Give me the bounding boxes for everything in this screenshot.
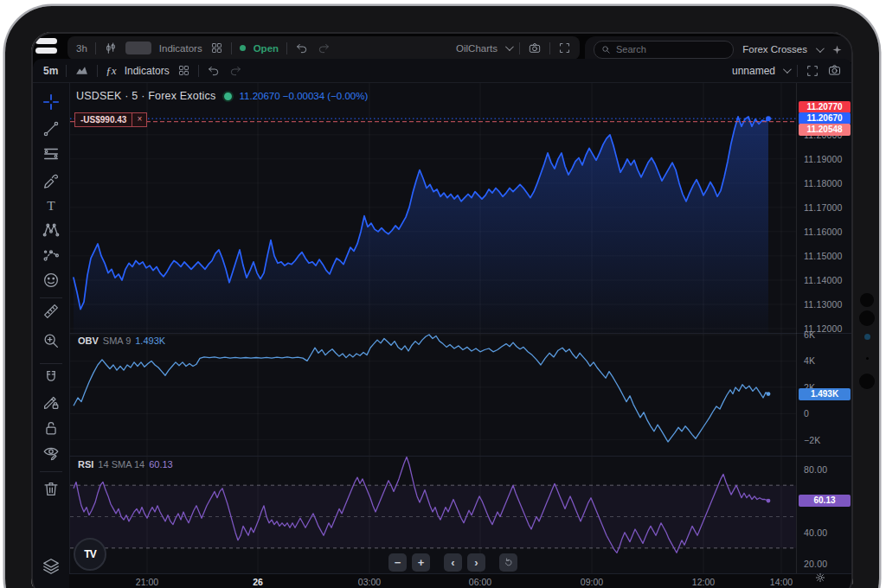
obv-params: SMA 9 — [103, 336, 131, 346]
divider — [519, 42, 520, 54]
time-tick: 06:00 — [469, 577, 491, 587]
drawing-tools-sidebar: T — [33, 83, 70, 588]
svg-text:T: T — [47, 198, 55, 213]
sparkle-icon[interactable] — [831, 43, 844, 56]
logo-text: TV — [84, 548, 95, 560]
axis-tick: 40.00 — [804, 527, 827, 538]
time-tick: 14:00 — [770, 577, 793, 587]
last-price: 11.20670 — [240, 91, 280, 101]
divider — [97, 65, 98, 77]
layout-name-button[interactable]: unnamed — [732, 65, 775, 77]
price-scale[interactable]: 11.2000011.1900011.1800011.1700011.16000… — [796, 83, 853, 573]
scale-settings-gear-icon[interactable] — [814, 572, 826, 584]
chart-plot-area[interactable] — [70, 83, 796, 573]
text-tool[interactable]: T — [42, 195, 61, 214]
zoom-in-tool[interactable] — [42, 331, 61, 350]
axis-tick: 11.14000 — [804, 275, 843, 285]
tablet-camera-lens — [859, 310, 875, 326]
market-status[interactable]: Open — [254, 43, 279, 54]
bg-indicators-button[interactable]: Indicators — [159, 43, 202, 54]
divider — [231, 42, 232, 54]
crosshair-tool[interactable] — [42, 93, 61, 112]
trend-line-tool[interactable] — [42, 119, 61, 138]
redo-icon[interactable] — [317, 42, 331, 55]
fullscreen-icon[interactable] — [806, 64, 819, 78]
axis-tick: 80.00 — [804, 464, 827, 475]
pan-right-button[interactable]: › — [467, 553, 485, 572]
market-open-dot — [222, 91, 234, 102]
pane-separator[interactable] — [69, 456, 852, 457]
indicators-button[interactable]: Indicators — [125, 65, 170, 77]
background-window-toolbar: 3h Indicators Open OilCharts — [67, 36, 580, 60]
position-pnl-tag[interactable]: -US$990.43 × — [74, 112, 147, 127]
close-position-icon[interactable]: × — [132, 112, 147, 127]
layers-tool[interactable] — [42, 557, 61, 576]
layout-grid-icon[interactable] — [177, 64, 190, 77]
app-logo[interactable] — [35, 38, 57, 57]
ruler-tool[interactable] — [42, 302, 61, 321]
zoom-out-button[interactable]: − — [388, 553, 407, 572]
candles-icon[interactable] — [104, 42, 118, 55]
chevron-down-icon — [783, 65, 792, 74]
axis-tick: 6K — [804, 329, 815, 340]
reset-chart-button[interactable] — [499, 553, 517, 572]
obv-name[interactable]: OBV — [78, 336, 99, 346]
tradingview-logo[interactable]: TV — [74, 538, 106, 571]
fib-retracement-tool[interactable] — [42, 144, 61, 163]
camera-icon[interactable] — [528, 42, 542, 55]
pane-separator[interactable] — [69, 333, 852, 334]
axis-tick: 11.16000 — [804, 227, 843, 237]
undo-icon[interactable] — [295, 42, 309, 55]
pan-left-button[interactable]: ‹ — [444, 553, 462, 572]
rsi-value: 60.13 — [149, 459, 173, 470]
edit-drawing-tool[interactable] — [42, 393, 61, 412]
obv-legend[interactable]: OBV SMA 9 1.493K — [78, 336, 165, 346]
timeframe-button[interactable]: 5m — [43, 65, 58, 77]
axis-tick: 4K — [804, 355, 815, 366]
area-chart-style-icon[interactable] — [74, 63, 89, 78]
symbol-title[interactable]: USDSEK · 5 · Forex Exotics — [76, 90, 216, 102]
camera-icon[interactable] — [827, 63, 842, 78]
price-badge: 11.20670 — [799, 112, 851, 125]
bg-timeframe-button[interactable]: 3h — [76, 43, 87, 54]
tablet-camera-lens — [860, 293, 874, 307]
chart-nav-controls: − + ‹ › — [388, 553, 523, 572]
price-badge: 60.13 — [799, 495, 851, 507]
undo-icon[interactable] — [207, 64, 221, 78]
hide-drawings-tool[interactable] — [42, 443, 61, 462]
time-tick: 09:00 — [581, 577, 603, 587]
divider — [549, 42, 550, 54]
divider — [40, 297, 62, 298]
search-placeholder: Search — [616, 44, 646, 54]
layout-grid-icon[interactable] — [210, 42, 223, 54]
axis-tick: 11.19000 — [804, 154, 843, 164]
redo-icon[interactable] — [228, 64, 242, 78]
divider — [40, 471, 62, 472]
rsi-legend[interactable]: RSI 14 SMA 14 60.13 — [78, 459, 173, 470]
search-input[interactable]: Search — [594, 41, 734, 59]
trash-tool[interactable] — [42, 479, 61, 498]
time-scale[interactable]: 21:002603:0006:0009:0012:0014:00 — [69, 573, 852, 588]
magnet-tool[interactable] — [42, 368, 61, 387]
axis-tick: 20.00 — [804, 559, 827, 569]
rsi-params: 14 SMA 14 — [98, 459, 144, 470]
tablet-camera-lens — [859, 374, 875, 389]
time-tick: 12:00 — [692, 577, 715, 587]
forecast-tool[interactable] — [42, 246, 61, 265]
watchlist-name[interactable]: Forex Crosses — [742, 44, 807, 54]
symbol-legend[interactable]: USDSEK · 5 · Forex Exotics 11.20670 −0.0… — [76, 90, 368, 102]
zoom-in-button[interactable]: + — [412, 553, 430, 572]
fullscreen-icon[interactable] — [558, 42, 571, 54]
axis-tick: 11.13000 — [804, 299, 843, 310]
axis-tick: 11.18000 — [804, 178, 843, 189]
rsi-name[interactable]: RSI — [78, 459, 93, 470]
bg-layout-name[interactable]: OilCharts — [456, 43, 498, 54]
time-tick: 21:00 — [136, 577, 158, 587]
emoji-tool[interactable] — [42, 271, 61, 290]
xabcd-pattern-tool[interactable] — [42, 220, 61, 240]
divider — [286, 42, 287, 54]
time-tick: 03:00 — [358, 577, 381, 587]
symbol-thumbnail[interactable] — [125, 42, 151, 54]
brush-tool[interactable] — [42, 170, 61, 189]
lock-tool[interactable] — [42, 419, 61, 438]
